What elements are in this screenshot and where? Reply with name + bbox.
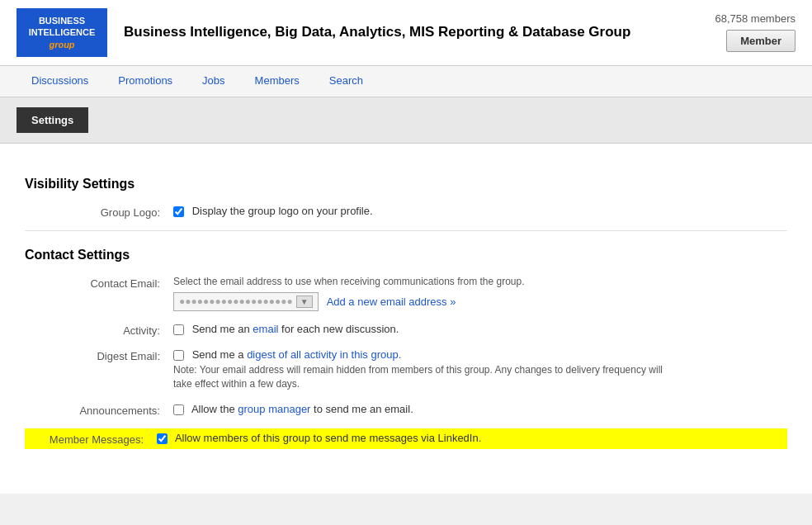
- visibility-section: Visibility Settings Group Logo: Display …: [25, 177, 787, 219]
- activity-row: Activity: Send me an email for each new …: [25, 323, 787, 337]
- member-messages-text: Allow members of this group to send me m…: [175, 432, 481, 444]
- digest-row: Digest Email: Send me a digest of all ac…: [25, 348, 787, 391]
- logo-group: group: [49, 40, 74, 50]
- email-placeholder: ●●●●●●●●●●●●●●●●●●●: [179, 296, 293, 307]
- announcements-text: Allow the group manager to send me an em…: [191, 403, 413, 415]
- announcements-checkbox[interactable]: [173, 404, 184, 415]
- digest-checkbox[interactable]: [173, 350, 184, 361]
- activity-text: Send me an email for each new discussion…: [192, 323, 399, 335]
- activity-label: Activity:: [41, 323, 173, 337]
- announcements-label: Announcements:: [41, 403, 173, 417]
- settings-tab[interactable]: Settings: [17, 107, 88, 133]
- nav-bar: Discussions Promotions Jobs Members Sear…: [0, 66, 812, 97]
- contact-title: Contact Settings: [25, 248, 787, 262]
- group-logo-row: Group Logo: Display the group logo on yo…: [25, 205, 787, 219]
- nav-item-search[interactable]: Search: [314, 66, 378, 97]
- activity-email-link[interactable]: email: [253, 323, 278, 335]
- nav-item-discussions[interactable]: Discussions: [17, 66, 103, 97]
- email-row: ●●●●●●●●●●●●●●●●●●● ▼ Add a new email ad…: [173, 292, 787, 311]
- settings-tab-area: Settings: [0, 97, 812, 144]
- page-header: BUSINESS INTELLIGENCE group Business Int…: [0, 0, 812, 66]
- group-logo: BUSINESS INTELLIGENCE group: [17, 8, 107, 57]
- member-count: 68,758 members: [715, 12, 795, 25]
- digest-value: Send me a digest of all activity in this…: [173, 348, 787, 391]
- activity-checkbox[interactable]: [173, 324, 184, 335]
- nav-item-members[interactable]: Members: [240, 66, 314, 97]
- contact-section: Contact Settings Contact Email: Select t…: [25, 248, 787, 449]
- email-select[interactable]: ●●●●●●●●●●●●●●●●●●● ▼: [173, 292, 319, 311]
- nav-item-jobs[interactable]: Jobs: [187, 66, 239, 97]
- visibility-title: Visibility Settings: [25, 177, 787, 192]
- group-name: Business Intelligence, Big Data, Analyti…: [124, 23, 698, 42]
- digest-note: Note: Your email address will remain hid…: [173, 363, 668, 391]
- member-messages-label: Member Messages:: [25, 432, 157, 446]
- group-title-area: Business Intelligence, Big Data, Analyti…: [124, 23, 698, 42]
- member-messages-row: Member Messages: Allow members of this g…: [25, 428, 787, 449]
- digest-link[interactable]: digest of all activity in this group.: [247, 348, 401, 361]
- contact-email-value: Select the email address to use when rec…: [173, 276, 787, 311]
- group-logo-checkbox[interactable]: [173, 206, 184, 217]
- main-content: Visibility Settings Group Logo: Display …: [0, 144, 812, 494]
- member-messages-value: Allow members of this group to send me m…: [157, 432, 787, 444]
- dropdown-arrow-icon: ▼: [296, 296, 313, 308]
- contact-email-row: Contact Email: Select the email address …: [25, 276, 787, 311]
- member-button[interactable]: Member: [726, 30, 795, 52]
- nav-item-promotions[interactable]: Promotions: [103, 66, 187, 97]
- group-logo-text: Display the group logo on your profile.: [192, 205, 373, 217]
- digest-text: Send me a digest of all activity in this…: [192, 348, 402, 361]
- group-logo-value: Display the group logo on your profile.: [173, 205, 787, 217]
- announcements-value: Allow the group manager to send me an em…: [173, 403, 787, 415]
- logo-line2: INTELLIGENCE: [29, 27, 96, 37]
- contact-email-label: Contact Email:: [41, 276, 173, 290]
- add-email-link[interactable]: Add a new email address »: [327, 296, 456, 308]
- member-messages-checkbox[interactable]: [157, 433, 168, 444]
- member-info-area: 68,758 members Member: [715, 12, 795, 52]
- group-manager-link[interactable]: group manager: [238, 403, 310, 415]
- activity-value: Send me an email for each new discussion…: [173, 323, 787, 335]
- digest-label: Digest Email:: [41, 348, 173, 362]
- contact-email-desc: Select the email address to use when rec…: [173, 276, 787, 287]
- announcements-row: Announcements: Allow the group manager t…: [25, 403, 787, 417]
- group-logo-label: Group Logo:: [41, 205, 173, 219]
- logo-line1: BUSINESS: [39, 16, 85, 26]
